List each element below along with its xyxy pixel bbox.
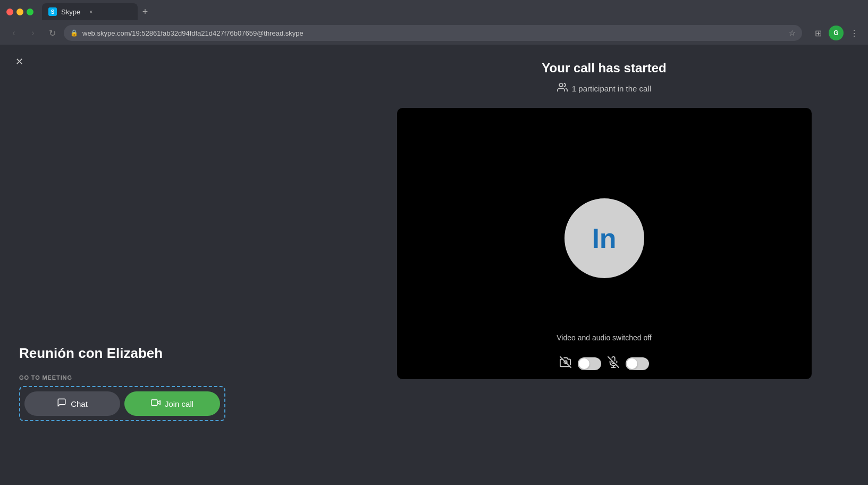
tab-close-button[interactable]: × <box>87 7 95 16</box>
chat-button-label: Chat <box>71 399 88 408</box>
meeting-info: Reunión con Elizabeh GO TO MEETING Chat <box>19 345 321 442</box>
tab-bar: S Skype × + <box>42 3 862 20</box>
close-button[interactable]: ✕ <box>11 53 28 70</box>
minimize-window-button[interactable] <box>16 9 23 15</box>
participant-count: 1 participant in the call <box>557 82 651 95</box>
back-button[interactable]: ‹ <box>6 26 21 40</box>
title-bar: S Skype × + <box>0 0 868 23</box>
join-call-button-label: Join call <box>165 399 193 408</box>
avatar-initials: In <box>592 222 616 254</box>
avatar: In <box>564 198 644 278</box>
tab-title: Skype <box>61 8 80 16</box>
browser-tab[interactable]: S Skype × <box>42 3 138 20</box>
close-window-button[interactable] <box>6 9 13 15</box>
meeting-title: Reunión con Elizabeh <box>19 345 321 362</box>
svg-marker-0 <box>157 400 160 405</box>
video-container: In Video and audio switched off <box>397 108 812 379</box>
address-bar[interactable]: 🔒 web.skype.com/19:52861fab32d94fdfa21d4… <box>64 25 802 41</box>
call-status-title: Your call has started <box>542 61 666 76</box>
go-to-meeting-label: GO TO MEETING <box>19 374 321 381</box>
tab-favicon: S <box>48 7 57 16</box>
mic-toggle[interactable] <box>626 357 649 370</box>
camera-toggle-knob <box>579 358 589 369</box>
profile-button[interactable]: G <box>829 26 844 40</box>
maximize-window-button[interactable] <box>27 9 33 15</box>
new-tab-button[interactable]: + <box>138 4 153 19</box>
join-call-button[interactable]: Join call <box>124 391 220 416</box>
address-bar-row: ‹ › ↻ 🔒 web.skype.com/19:52861fab32d94fd… <box>0 23 868 45</box>
svg-line-3 <box>560 357 570 367</box>
url-text: web.skype.com/19:52861fab32d94fdfa21d427… <box>82 29 785 37</box>
traffic-lights <box>6 9 33 15</box>
participant-icon <box>557 82 568 95</box>
mic-off-icon <box>608 356 619 371</box>
extensions-button[interactable]: ⊞ <box>811 26 825 40</box>
right-panel: Your call has started 1 participant in t… <box>340 45 868 485</box>
video-status-text: Video and audio switched off <box>557 333 652 342</box>
chat-icon <box>57 398 66 409</box>
chat-button[interactable]: Chat <box>24 391 120 416</box>
browser-menu-button[interactable]: ⋮ <box>847 26 862 40</box>
browser-actions: ⊞ G ⋮ <box>811 26 862 40</box>
bookmark-icon[interactable]: ☆ <box>789 29 796 37</box>
mic-toggle-knob <box>627 358 637 369</box>
browser-chrome: S Skype × + ‹ › ↻ 🔒 web.skype.com/19:528… <box>0 0 868 45</box>
left-panel: ✕ Reunión con Elizabeh GO TO MEETING Cha… <box>0 45 340 485</box>
svg-rect-1 <box>151 400 157 406</box>
video-controls <box>560 356 649 371</box>
page-content: ✕ Reunión con Elizabeh GO TO MEETING Cha… <box>0 45 868 485</box>
lock-icon: 🔒 <box>70 29 78 37</box>
close-icon: ✕ <box>15 56 23 68</box>
svg-point-2 <box>559 83 563 87</box>
participant-count-text: 1 participant in the call <box>572 84 651 93</box>
meeting-buttons-wrapper: Chat Join call <box>19 386 225 421</box>
camera-off-icon <box>560 356 571 371</box>
join-call-icon <box>151 398 161 409</box>
camera-toggle[interactable] <box>578 357 601 370</box>
reload-button[interactable]: ↻ <box>45 26 60 40</box>
forward-button[interactable]: › <box>26 26 40 40</box>
